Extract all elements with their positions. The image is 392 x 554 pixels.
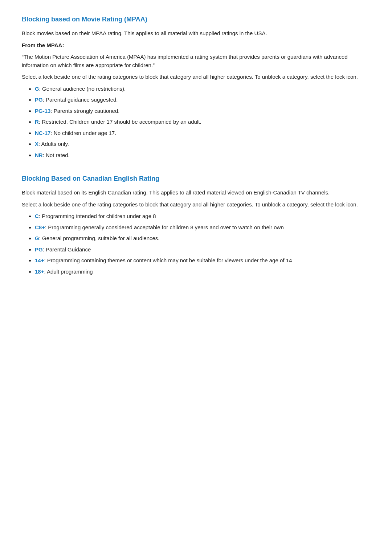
mpaa-select-instruction: Select a lock beside one of the rating c… [22,73,370,81]
mpaa-rating-list: G: General audience (no restrictions).PG… [22,85,370,160]
list-item: PG: Parental Guidance [35,246,370,254]
rating-code: 14+ [35,257,44,263]
rating-code: R [35,119,39,125]
list-item: 14+: Programming containing themes or co… [35,257,370,265]
list-item: C8+: Programming generally considered ac… [35,223,370,232]
canadian-intro: Block material based on its English Cana… [22,189,370,197]
list-item: G: General audience (no restrictions). [35,85,370,93]
mpaa-section-title: Blocking based on Movie Rating (MPAA) [22,15,370,24]
rating-code: NC-17 [35,130,50,136]
mpaa-quote: “The Motion Picture Association of Ameri… [22,53,370,69]
rating-code: X [35,141,38,147]
canadian-select-instruction: Select a lock beside one of the rating c… [22,201,370,209]
list-item: PG: Parental guidance suggested. [35,96,370,104]
canadian-section: Blocking Based on Canadian English Ratin… [22,174,370,276]
list-item: C: Programming intended for children und… [35,212,370,221]
list-item: 18+: Adult programming [35,268,370,276]
canadian-section-title: Blocking Based on Canadian English Ratin… [22,174,370,184]
list-item: X: Adults only. [35,140,370,148]
list-item: NC-17: No children under age 17. [35,129,370,138]
list-item: PG-13: Parents strongly cautioned. [35,107,370,115]
rating-code: 18+ [35,268,44,275]
list-item: NR: Not rated. [35,151,370,160]
rating-code: G [35,86,39,92]
rating-code: NR [35,152,43,158]
rating-code: PG [35,246,43,253]
list-item: G: General programming, suitable for all… [35,234,370,243]
rating-code: PG [35,97,43,103]
from-mpaa-label: From the MPAA: [22,41,370,50]
mpaa-intro: Block movies based on their MPAA rating.… [22,29,370,38]
rating-code: C [35,213,39,219]
rating-code: G [35,235,39,241]
canadian-rating-list: C: Programming intended for children und… [22,212,370,276]
list-item: R: Restricted. Children under 17 should … [35,118,370,126]
mpaa-section: Blocking based on Movie Rating (MPAA) Bl… [22,15,370,159]
rating-code: PG-13 [35,108,50,114]
rating-code: C8+ [35,224,45,230]
